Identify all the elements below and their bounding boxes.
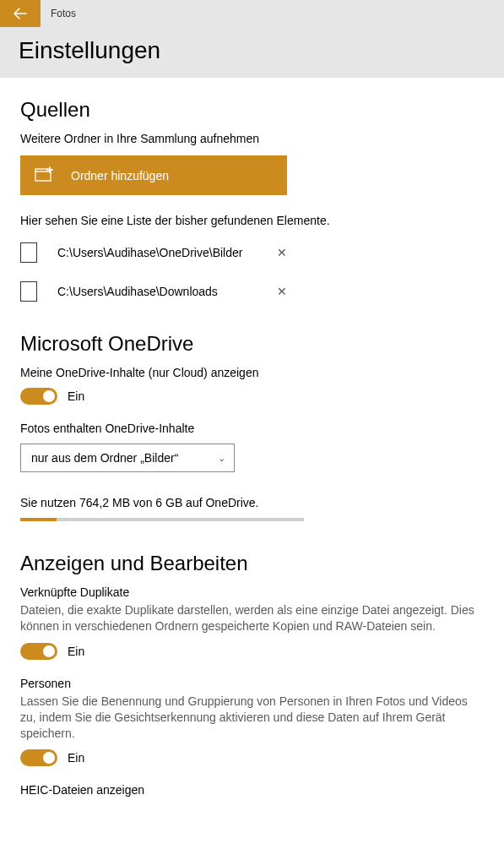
page-title: Einstellungen — [19, 37, 504, 64]
linked-duplicates-title: Verknüpfte Duplikate — [20, 585, 484, 599]
linked-duplicates-state: Ein — [68, 645, 84, 658]
add-folder-label: Ordner hinzufügen — [71, 169, 169, 182]
linked-duplicates-toggle[interactable] — [20, 643, 57, 660]
app-title: Fotos — [41, 8, 76, 19]
folder-row: C:\Users\Audihase\OneDrive\Bilder ✕ — [20, 242, 290, 263]
onedrive-usage-bar — [20, 518, 304, 521]
page-title-bar: Einstellungen — [0, 27, 504, 78]
onedrive-usage-text: Sie nutzen 764,2 MB von 6 GB auf OneDriv… — [20, 496, 484, 509]
add-folder-icon — [34, 164, 54, 187]
section-heading-onedrive: Microsoft OneDrive — [20, 332, 484, 356]
chevron-down-icon: ⌄ — [218, 453, 225, 464]
title-bar: Fotos — [0, 0, 504, 27]
dropdown-value: nur aus dem Ordner „Bilder“ — [31, 451, 178, 465]
heic-title: HEIC-Dateien anzeigen — [20, 783, 484, 797]
onedrive-cloud-label: Meine OneDrive-Inhalte (nur Cloud) anzei… — [20, 366, 484, 379]
folder-icon — [20, 242, 37, 263]
people-title: Personen — [20, 677, 484, 690]
section-heading-display-edit: Anzeigen und Bearbeiten — [20, 552, 484, 575]
folder-path: C:\Users\Audihase\Downloads — [57, 284, 274, 300]
toggle-row-onedrive-cloud: Ein — [20, 388, 484, 405]
onedrive-include-label: Fotos enthalten OneDrive-Inhalte — [20, 422, 484, 435]
linked-duplicates-desc: Dateien, die exakte Duplikate darstellen… — [20, 602, 484, 634]
add-folder-button[interactable]: Ordner hinzufügen — [20, 155, 287, 195]
people-toggle[interactable] — [20, 749, 57, 766]
back-button[interactable] — [0, 0, 41, 27]
onedrive-usage-fill — [20, 518, 57, 521]
onedrive-include-dropdown[interactable]: nur aus dem Ordner „Bilder“ ⌄ — [20, 444, 235, 472]
section-heading-sources: Quellen — [20, 98, 484, 122]
folder-list-desc: Hier sehen Sie eine Liste der bisher gef… — [20, 214, 484, 227]
people-desc: Lassen Sie die Benennung und Gruppierung… — [20, 694, 484, 742]
onedrive-cloud-state: Ein — [68, 389, 84, 403]
folder-path: C:\Users\Audihase\OneDrive\Bilder — [57, 245, 274, 261]
remove-folder-button[interactable]: ✕ — [274, 242, 290, 263]
onedrive-cloud-toggle[interactable] — [20, 388, 57, 405]
folder-row: C:\Users\Audihase\Downloads ✕ — [20, 281, 290, 302]
add-folder-desc: Weitere Ordner in Ihre Sammlung aufnehme… — [20, 132, 484, 145]
toggle-row-people: Ein — [20, 749, 484, 766]
content: Quellen Weitere Ordner in Ihre Sammlung … — [0, 78, 504, 797]
arrow-left-icon — [14, 7, 27, 20]
svg-rect-0 — [35, 169, 51, 181]
toggle-row-linked-duplicates: Ein — [20, 643, 484, 660]
folder-icon — [20, 281, 37, 302]
people-state: Ein — [68, 751, 84, 765]
remove-folder-button[interactable]: ✕ — [274, 281, 290, 302]
